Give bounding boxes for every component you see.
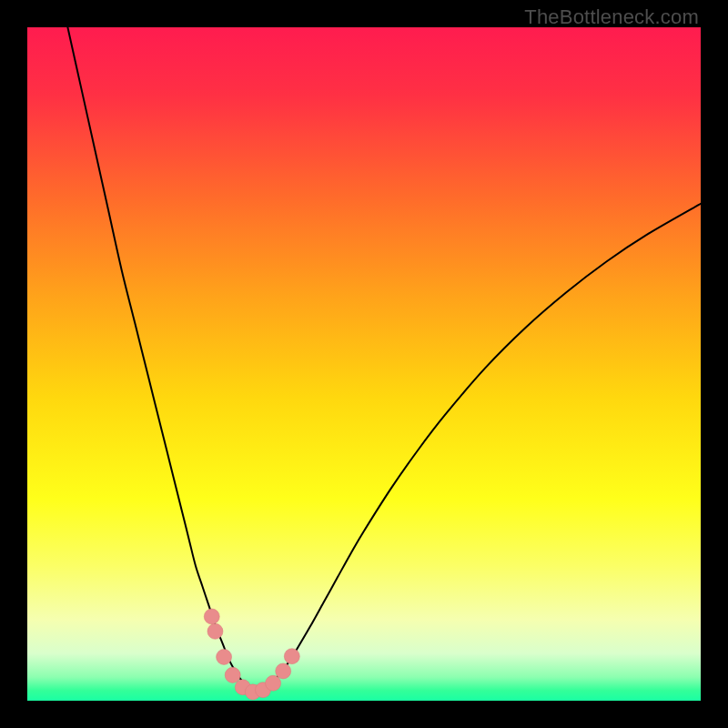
curve-marker — [266, 675, 281, 691]
curve-marker — [217, 649, 232, 664]
bottleneck-curve-left — [67, 27, 256, 693]
plot-area — [27, 27, 701, 701]
chart-frame: TheBottleneck.com — [0, 0, 728, 728]
watermark-text: TheBottleneck.com — [524, 5, 699, 29]
marker-group — [204, 609, 299, 700]
curve-layer — [27, 27, 701, 701]
bottleneck-curve-right — [257, 204, 701, 693]
curve-marker — [204, 609, 219, 624]
curve-marker — [225, 667, 240, 682]
curve-marker — [276, 663, 291, 679]
curve-marker — [207, 623, 223, 639]
curve-marker — [284, 649, 299, 664]
